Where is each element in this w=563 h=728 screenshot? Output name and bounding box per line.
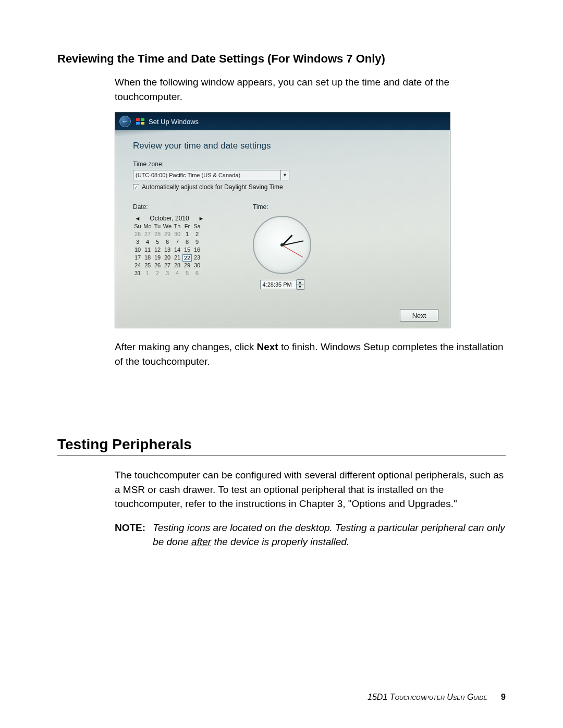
cal-dow: Th <box>173 223 182 230</box>
cal-month-label: October, 2010 <box>150 215 189 222</box>
note-block: NOTE: Testing icons are located on the d… <box>115 521 506 549</box>
cal-day[interactable]: 15 <box>182 246 192 254</box>
cal-day[interactable]: 24 <box>133 262 142 269</box>
window-titlebar: ← Set Up Windows <box>115 113 450 130</box>
dialog-heading: Review your time and date settings <box>133 141 434 151</box>
cal-day[interactable]: 26 <box>153 262 162 269</box>
cal-day[interactable]: 22 <box>182 254 192 262</box>
cal-day[interactable]: 29 <box>182 262 192 269</box>
time-label: Time: <box>253 203 268 211</box>
window-title: Set Up Windows <box>149 118 199 126</box>
cal-dow: Tu <box>153 223 162 230</box>
note-label: NOTE: <box>115 521 145 549</box>
back-arrow-icon: ← <box>121 117 129 126</box>
analog-clock <box>253 216 311 274</box>
cal-day[interactable]: 6 <box>192 270 202 277</box>
cal-day[interactable]: 12 <box>153 246 162 254</box>
cal-day[interactable]: 10 <box>133 246 142 254</box>
cal-day[interactable]: 29 <box>163 231 172 238</box>
cal-day[interactable]: 13 <box>163 246 172 254</box>
cal-day[interactable]: 8 <box>182 239 192 246</box>
cal-prev-icon[interactable]: ◄ <box>134 215 141 221</box>
dst-label: Automatically adjust clock for Daylight … <box>142 183 283 191</box>
heading-testing-peripherals: Testing Peripherals <box>57 436 506 455</box>
cal-day[interactable]: 17 <box>133 254 142 262</box>
cal-day[interactable]: 30 <box>173 231 182 238</box>
peripherals-paragraph: The touchcomputer can be configured with… <box>115 468 506 511</box>
cal-day[interactable]: 26 <box>133 231 142 238</box>
windows-logo-icon <box>136 118 144 125</box>
intro-paragraph: When the following window appears, you c… <box>115 75 506 104</box>
dst-checkbox[interactable]: ✓ <box>133 184 139 190</box>
cal-day[interactable]: 6 <box>163 239 172 246</box>
setup-windows-screenshot: ← Set Up Windows Review your time and da… <box>115 112 450 328</box>
cal-day[interactable]: 28 <box>173 262 182 269</box>
spinner-down-icon[interactable]: ▼ <box>297 285 304 289</box>
cal-day[interactable]: 2 <box>192 231 202 238</box>
spinner-up-icon[interactable]: ▲ <box>297 280 304 285</box>
note-text: Testing icons are located on the desktop… <box>153 521 506 549</box>
footer-title: 15D1 Touchcomputer User Guide <box>368 693 487 701</box>
time-spinner[interactable]: ▲ ▼ <box>297 279 304 290</box>
cal-day[interactable]: 14 <box>173 246 182 254</box>
cal-dow: Su <box>133 223 142 230</box>
back-button[interactable]: ← <box>119 116 131 127</box>
cal-day[interactable]: 31 <box>133 270 142 277</box>
cal-day[interactable]: 30 <box>192 262 202 269</box>
timezone-select[interactable]: (UTC-08:00) Pacific Time (US & Canada) ▼ <box>133 170 289 180</box>
cal-dow: We <box>163 223 172 230</box>
date-label: Date: <box>133 203 206 211</box>
cal-day[interactable]: 28 <box>153 231 162 238</box>
cal-day[interactable]: 4 <box>173 270 182 277</box>
cal-day[interactable]: 23 <box>192 254 202 262</box>
cal-next-icon[interactable]: ► <box>198 215 205 221</box>
cal-day[interactable]: 16 <box>192 246 202 254</box>
timezone-value: (UTC-08:00) Pacific Time (US & Canada) <box>136 172 240 178</box>
dropdown-arrow-icon: ▼ <box>280 170 289 180</box>
cal-day[interactable]: 21 <box>173 254 182 262</box>
next-button[interactable]: Next <box>400 309 438 322</box>
cal-dow: Sa <box>192 223 202 230</box>
cal-day[interactable]: 1 <box>143 270 152 277</box>
cal-day[interactable]: 27 <box>163 262 172 269</box>
cal-day[interactable]: 25 <box>143 262 152 269</box>
cal-day[interactable]: 7 <box>173 239 182 246</box>
cal-day[interactable]: 11 <box>143 246 152 254</box>
after-paragraph: After making any changes, click Next to … <box>115 340 506 368</box>
page-footer: 15D1 Touchcomputer User Guide 9 <box>368 693 506 702</box>
cal-day[interactable]: 4 <box>143 239 152 246</box>
cal-day[interactable]: 18 <box>143 254 152 262</box>
calendar[interactable]: ◄ October, 2010 ► SuMoTuWeThFrSa26272829… <box>133 214 206 277</box>
cal-day[interactable]: 3 <box>163 270 172 277</box>
subheading-time-date: Reviewing the Time and Date Settings (Fo… <box>57 52 506 66</box>
cal-day[interactable]: 5 <box>153 239 162 246</box>
cal-dow: Fr <box>182 223 192 230</box>
cal-day[interactable]: 2 <box>153 270 162 277</box>
footer-page-number: 9 <box>501 693 506 701</box>
cal-day[interactable]: 9 <box>192 239 202 246</box>
cal-dow: Mo <box>143 223 152 230</box>
cal-day[interactable]: 20 <box>163 254 172 262</box>
cal-day[interactable]: 3 <box>133 239 142 246</box>
cal-day[interactable]: 5 <box>182 270 192 277</box>
clock-second-hand <box>282 245 303 257</box>
cal-day[interactable]: 1 <box>182 231 192 238</box>
timezone-label: Time zone: <box>133 161 434 168</box>
cal-day[interactable]: 27 <box>143 231 152 238</box>
cal-day[interactable]: 19 <box>153 254 162 262</box>
time-input[interactable]: 4:28:35 PM <box>260 280 297 289</box>
